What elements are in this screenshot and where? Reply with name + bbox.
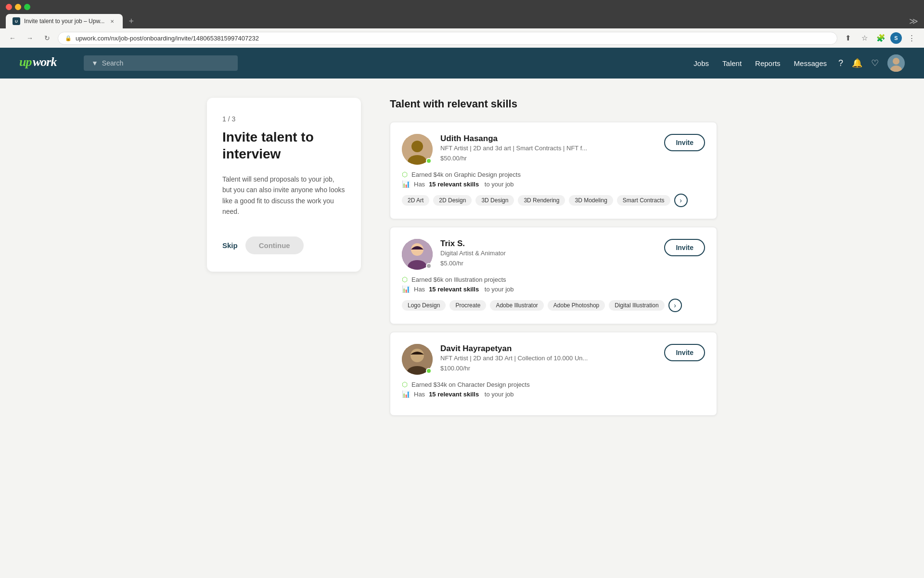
earned-icon-udith: ⬡ bbox=[402, 171, 408, 178]
user-profile-avatar[interactable] bbox=[887, 54, 905, 72]
svg-point-6 bbox=[411, 141, 423, 152]
invite-button-davit[interactable]: Invite bbox=[664, 344, 705, 361]
talent-info-udith: Udith Hasanga NFT Artist | 2D and 3d art… bbox=[440, 134, 656, 162]
talent-header-udith: Udith Hasanga NFT Artist | 2D and 3d art… bbox=[402, 134, 705, 165]
address-input[interactable]: 🔒 upwork.com/nx/job-post/onboarding/invi… bbox=[58, 32, 837, 45]
talent-stats-udith: ⬡ Earned $4k on Graphic Design projects … bbox=[402, 171, 705, 188]
bookmark-button[interactable]: ☆ bbox=[858, 31, 871, 45]
upwork-logo-svg: up work bbox=[19, 54, 72, 69]
avatar-davit bbox=[402, 344, 433, 375]
nav-jobs[interactable]: Jobs bbox=[693, 59, 709, 67]
favorites-icon[interactable]: ♡ bbox=[871, 58, 879, 68]
tab-scroll-button: ≫ bbox=[909, 16, 918, 26]
earned-stat-trix: ⬡ Earned $6k on Illustration projects bbox=[402, 276, 705, 283]
skill-tag: 2D Art bbox=[402, 195, 429, 206]
talent-info-davit: Davit Hayrapetyan NFT Artist | 2D and 3D… bbox=[440, 344, 656, 372]
online-status-davit bbox=[426, 368, 432, 374]
avatar-udith bbox=[402, 134, 433, 165]
online-status-trix bbox=[426, 263, 432, 269]
help-icon[interactable]: ? bbox=[838, 58, 843, 68]
upwork-logo[interactable]: up work bbox=[19, 54, 72, 72]
browser-actions: ⬆ ☆ 🧩 S ⋮ bbox=[841, 31, 918, 45]
tab-favicon: U bbox=[13, 17, 20, 25]
extensions-button[interactable]: 🧩 bbox=[874, 31, 887, 45]
talent-card-udith: Udith Hasanga NFT Artist | 2D and 3d art… bbox=[390, 122, 717, 219]
skill-tag: 3D Design bbox=[475, 195, 514, 206]
skill-tag: 2D Design bbox=[433, 195, 472, 206]
invite-button-trix[interactable]: Invite bbox=[664, 239, 705, 256]
talent-name-trix: Trix S. bbox=[440, 239, 656, 249]
talent-name-udith: Udith Hasanga bbox=[440, 134, 656, 144]
skill-tag: Logo Design bbox=[402, 300, 446, 311]
new-tab-button[interactable]: + bbox=[127, 14, 136, 28]
skill-tag: Procreate bbox=[449, 300, 486, 311]
forward-button[interactable]: → bbox=[23, 31, 37, 45]
more-skills-button-udith[interactable]: › bbox=[674, 194, 688, 207]
skill-tag: Smart Contracts bbox=[617, 195, 670, 206]
tab-close-button[interactable]: ✕ bbox=[108, 17, 116, 25]
close-window-button[interactable] bbox=[6, 4, 12, 10]
talent-header-davit: Davit Hayrapetyan NFT Artist | 2D and 3D… bbox=[402, 344, 705, 375]
skills-row-udith: 2D Art 2D Design 3D Design 3D Rendering … bbox=[402, 194, 705, 207]
talent-rate-trix: $5.00/hr bbox=[440, 259, 656, 267]
skill-tag: Adobe Illustrator bbox=[490, 300, 543, 311]
skills-icon-davit: 📊 bbox=[402, 390, 410, 398]
panel-actions: Skip Continue bbox=[222, 236, 346, 254]
skills-stat-trix: 📊 Has 15 relevant skills to your job bbox=[402, 285, 705, 293]
skill-tag: Adobe Photoshop bbox=[548, 300, 605, 311]
talent-title-davit: NFT Artist | 2D and 3D Art | Collection … bbox=[440, 355, 656, 362]
skills-stat-udith: 📊 Has 15 relevant skills to your job bbox=[402, 180, 705, 188]
skills-icon-trix: 📊 bbox=[402, 285, 410, 293]
browser-chrome: U Invite talent to your job – Upw... ✕ +… bbox=[0, 0, 924, 48]
svg-point-12 bbox=[411, 349, 424, 362]
earned-icon-davit: ⬡ bbox=[402, 381, 408, 388]
maximize-window-button[interactable] bbox=[24, 4, 30, 10]
notifications-icon[interactable]: 🔔 bbox=[852, 58, 862, 68]
browser-titlebar bbox=[0, 0, 924, 14]
skill-tag: Digital Illustration bbox=[609, 300, 664, 311]
talent-stats-davit: ⬡ Earned $34k on Character Design projec… bbox=[402, 381, 705, 398]
skills-icon-udith: 📊 bbox=[402, 180, 410, 188]
earned-stat-udith: ⬡ Earned $4k on Graphic Design projects bbox=[402, 171, 705, 178]
panel-description: Talent will send proposals to your job, … bbox=[222, 174, 346, 217]
skill-tag: 3D Modeling bbox=[569, 195, 613, 206]
talent-info-trix: Trix S. Digital Artist & Animator $5.00/… bbox=[440, 239, 656, 267]
upwork-navbar: up work ▼ Search Jobs Talent Reports Mes… bbox=[0, 48, 924, 79]
more-skills-button-trix[interactable]: › bbox=[668, 299, 682, 312]
svg-text:work: work bbox=[33, 55, 57, 69]
continue-button[interactable]: Continue bbox=[245, 236, 304, 254]
talent-name-davit: Davit Hayrapetyan bbox=[440, 344, 656, 354]
search-bar[interactable]: ▼ Search bbox=[84, 55, 238, 71]
talent-header-trix: Trix S. Digital Artist & Animator $5.00/… bbox=[402, 239, 705, 270]
nav-messages[interactable]: Messages bbox=[794, 59, 827, 67]
minimize-window-button[interactable] bbox=[15, 4, 21, 10]
active-tab[interactable]: U Invite talent to your job – Upw... ✕ bbox=[6, 14, 123, 28]
earned-icon-trix: ⬡ bbox=[402, 276, 408, 283]
address-bar-row: ← → ↻ 🔒 upwork.com/nx/job-post/onboardin… bbox=[0, 28, 924, 48]
reload-button[interactable]: ↻ bbox=[40, 31, 54, 45]
talent-rate-davit: $100.00/hr bbox=[440, 364, 656, 372]
tab-title: Invite talent to your job – Upw... bbox=[24, 18, 104, 25]
left-panel: 1 / 3 Invite talent to interview Talent … bbox=[207, 98, 361, 272]
talent-title-udith: NFT Artist | 2D and 3d art | Smart Contr… bbox=[440, 144, 656, 152]
invite-button-udith[interactable]: Invite bbox=[664, 134, 705, 151]
nav-talent[interactable]: Talent bbox=[722, 59, 742, 67]
panel-title: Invite talent to interview bbox=[222, 129, 346, 162]
nav-reports[interactable]: Reports bbox=[755, 59, 781, 67]
talent-title-trix: Digital Artist & Animator bbox=[440, 250, 656, 257]
skip-button[interactable]: Skip bbox=[222, 236, 238, 254]
browser-profile-avatar[interactable]: S bbox=[890, 32, 902, 44]
search-input[interactable]: Search bbox=[102, 59, 123, 67]
browser-menu-button[interactable]: ⋮ bbox=[905, 31, 918, 45]
earned-stat-davit: ⬡ Earned $34k on Character Design projec… bbox=[402, 381, 705, 388]
svg-text:up: up bbox=[19, 55, 32, 69]
skills-row-trix: Logo Design Procreate Adobe Illustrator … bbox=[402, 299, 705, 312]
talent-card-trix: Trix S. Digital Artist & Animator $5.00/… bbox=[390, 227, 717, 324]
back-button[interactable]: ← bbox=[6, 31, 19, 45]
right-panel: Talent with relevant skills Udith Hasang… bbox=[390, 98, 717, 423]
nav-links: Jobs Talent Reports Messages bbox=[693, 59, 827, 67]
share-button[interactable]: ⬆ bbox=[841, 31, 855, 45]
talent-card-davit: Davit Hayrapetyan NFT Artist | 2D and 3D… bbox=[390, 332, 717, 416]
section-title: Talent with relevant skills bbox=[390, 98, 717, 110]
avatar-svg bbox=[887, 54, 905, 72]
